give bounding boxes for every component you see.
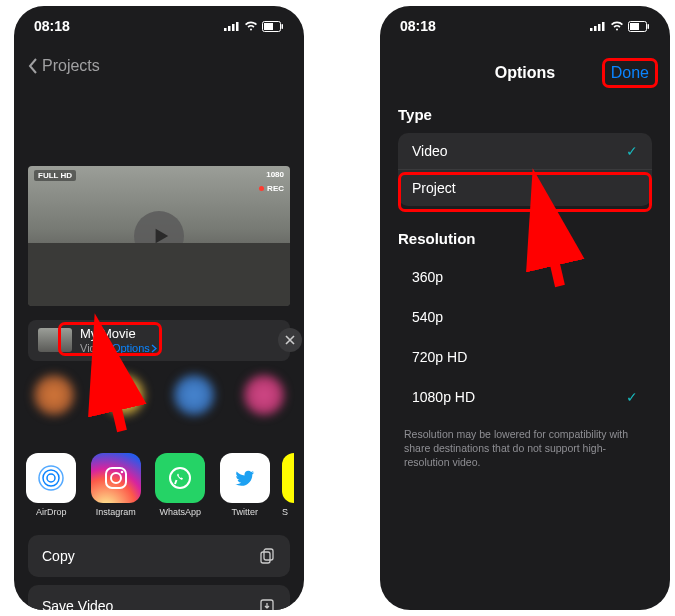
svg-rect-20 <box>598 24 601 31</box>
svg-rect-10 <box>106 468 126 488</box>
res-720-item[interactable]: 720p HD <box>398 337 652 377</box>
close-button[interactable] <box>278 328 302 352</box>
close-icon <box>285 335 295 345</box>
svg-rect-19 <box>594 26 597 31</box>
done-button[interactable]: Done <box>602 58 658 88</box>
rec-badge: REC <box>259 184 284 193</box>
svg-rect-21 <box>602 22 605 31</box>
signal-icon <box>224 21 240 31</box>
apps-row: AirDrop Instagram WhatsApp Twitter S <box>24 453 294 517</box>
type-project-item[interactable]: Project <box>398 170 652 206</box>
save-video-action[interactable]: Save Video <box>28 585 290 610</box>
resolution-section: Resolution 360p 540p 720p HD 1080p HD ✓ … <box>398 230 652 470</box>
movie-thumbnail <box>38 328 72 352</box>
back-button[interactable]: Projects <box>28 57 100 75</box>
type-section: Type Video ✓ Project <box>398 106 652 206</box>
nav-header: Projects <box>14 46 304 86</box>
movie-type-label: Video <box>80 342 108 355</box>
clock: 08:18 <box>34 18 70 34</box>
status-icons <box>224 21 284 32</box>
action-list: Copy Save Video <box>28 535 290 610</box>
svg-rect-14 <box>261 552 270 563</box>
app-snapchat[interactable]: S <box>282 453 294 517</box>
wifi-icon <box>610 21 624 31</box>
checkmark-icon: ✓ <box>626 143 638 159</box>
resolution-footer-text: Resolution may be lowered for compatibil… <box>404 427 646 470</box>
svg-point-8 <box>43 470 59 486</box>
svg-rect-24 <box>648 24 650 29</box>
chevron-left-icon <box>28 58 38 74</box>
snapchat-icon <box>282 453 294 503</box>
svg-rect-2 <box>232 24 235 31</box>
airdrop-icon <box>26 453 76 503</box>
svg-rect-0 <box>224 28 227 31</box>
svg-point-7 <box>47 474 55 482</box>
copy-action[interactable]: Copy <box>28 535 290 577</box>
twitter-icon <box>220 453 270 503</box>
app-airdrop[interactable]: AirDrop <box>24 453 79 517</box>
copy-icon <box>258 547 276 565</box>
back-label: Projects <box>42 57 100 75</box>
status-bar: 08:18 <box>380 6 670 46</box>
play-icon <box>152 227 170 245</box>
status-icons <box>590 21 650 32</box>
app-twitter[interactable]: Twitter <box>218 453 273 517</box>
app-instagram[interactable]: Instagram <box>89 453 144 517</box>
movie-options-link[interactable]: Options <box>112 342 157 355</box>
svg-rect-1 <box>228 26 231 31</box>
svg-rect-15 <box>264 549 273 560</box>
svg-rect-6 <box>282 24 284 29</box>
svg-rect-23 <box>630 23 639 30</box>
phone-left: 08:18 Projects FULL HD 1080 REC My Movie <box>14 6 304 610</box>
clock: 08:18 <box>400 18 436 34</box>
svg-rect-3 <box>236 22 239 31</box>
wifi-icon <box>244 21 258 31</box>
svg-rect-5 <box>264 23 273 30</box>
type-heading: Type <box>398 106 652 123</box>
movie-title: My Movie <box>80 326 280 342</box>
instagram-icon <box>91 453 141 503</box>
res-540-item[interactable]: 540p <box>398 297 652 337</box>
res-360-item[interactable]: 360p <box>398 257 652 297</box>
download-icon <box>258 597 276 610</box>
type-video-item[interactable]: Video ✓ <box>398 133 652 170</box>
video-preview[interactable]: FULL HD 1080 REC <box>28 166 290 306</box>
options-header: Options Done <box>380 46 670 82</box>
chevron-right-icon <box>151 344 157 353</box>
whatsapp-icon <box>155 453 205 503</box>
svg-point-12 <box>120 470 123 473</box>
app-whatsapp[interactable]: WhatsApp <box>153 453 208 517</box>
checkmark-icon: ✓ <box>626 389 638 405</box>
wifi-badge: 1080 <box>266 170 284 179</box>
res-1080-item[interactable]: 1080p HD ✓ <box>398 377 652 417</box>
status-bar: 08:18 <box>14 6 304 46</box>
svg-rect-18 <box>590 28 593 31</box>
signal-icon <box>590 21 606 31</box>
play-button[interactable] <box>134 211 184 261</box>
options-title: Options <box>495 64 555 82</box>
hd-badge: FULL HD <box>34 170 76 181</box>
resolution-heading: Resolution <box>398 230 652 247</box>
contacts-row <box>24 375 294 435</box>
share-info-strip: My Movie Video Options <box>28 320 290 361</box>
battery-icon <box>628 21 650 32</box>
battery-icon <box>262 21 284 32</box>
phone-right: 08:18 Options Done Type Video ✓ Project <box>380 6 670 610</box>
svg-point-11 <box>111 473 121 483</box>
